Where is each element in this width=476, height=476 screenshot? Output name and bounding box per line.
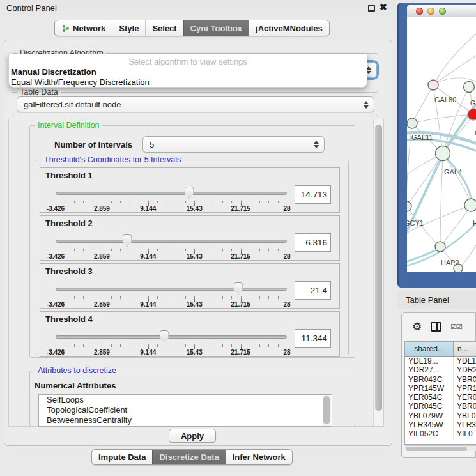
slider-thumb[interactable]	[160, 330, 169, 342]
slider-tick-labels: -3.426 2.859 9.144 15.43 21.715 28	[56, 349, 287, 357]
attributes-group-title: Attributes to discretize	[35, 366, 119, 375]
threshold-1-label: Threshold 1	[45, 171, 93, 180]
number-of-intervals-label: Number of Intervals	[54, 140, 132, 150]
threshold-4-label: Threshold 4	[45, 314, 93, 324]
columns-icon[interactable]	[431, 322, 441, 332]
node-gal11[interactable]	[407, 118, 417, 128]
node-table[interactable]: shared... n... YDL19...YDL1 YDR27...YDR2…	[404, 341, 476, 445]
gear-icon[interactable]: ⚙	[412, 321, 422, 332]
network-graph: GAL80 GA GAL11 GAL4 GCY1 H C HAP2	[407, 17, 476, 272]
table-row[interactable]: YBR045CYBR0	[405, 402, 476, 411]
settings-vertical-scrollbar[interactable]	[373, 119, 383, 426]
network-icon	[61, 24, 70, 33]
network-window[interactable]: GAL80 GA GAL11 GAL4 GCY1 H C HAP2	[397, 3, 476, 288]
tab-select[interactable]: Select	[145, 20, 183, 36]
tab-style[interactable]: Style	[112, 20, 145, 36]
interval-definition-title: Interval Definition	[35, 121, 102, 130]
zoom-traffic-light[interactable]	[439, 8, 446, 15]
table-row[interactable]: YDL19...YDL1	[405, 357, 476, 365]
label-gcy1: GCY1	[407, 219, 424, 227]
tab-discretize-data[interactable]: Discretize Data	[152, 450, 225, 464]
threshold-1-box: Threshold 1 -3.426 2.859 9.144 15.43 21.…	[40, 167, 340, 213]
node-red-selected[interactable]	[468, 109, 476, 120]
number-of-intervals-combobox[interactable]: 5	[142, 136, 325, 153]
node-green[interactable]	[464, 82, 475, 93]
thresholds-group-title: Threshold's Coordinates for 5 Intervals	[42, 155, 183, 164]
tab-infer-network[interactable]: Infer Network	[226, 450, 292, 464]
slider-thumb[interactable]	[184, 187, 194, 199]
threshold-4-value-field[interactable]: 11.344	[295, 329, 331, 348]
close-icon[interactable]: ✖	[380, 2, 387, 12]
table-data-combobox[interactable]: galFiltered.sif default node	[17, 96, 374, 112]
list-item[interactable]: SelfLoops	[39, 395, 332, 405]
scrollbar-thumb[interactable]	[406, 447, 467, 451]
threshold-2-slider[interactable]	[56, 234, 287, 248]
threshold-1-value-field[interactable]: 14.713	[295, 185, 331, 204]
table-row[interactable]: YBR043CYBR0	[405, 375, 476, 384]
node-pink[interactable]	[428, 80, 438, 90]
node-gal4[interactable]	[436, 146, 450, 161]
list-item[interactable]: BetweennessCentrality	[39, 415, 332, 426]
table-panel-toolbar: ⚙ ☑☑	[402, 313, 475, 340]
bottom-tab-bar: Impute Data Discretize Data Infer Networ…	[91, 449, 293, 465]
stepper-arrows-icon	[364, 101, 369, 109]
apply-button[interactable]: Apply	[169, 429, 216, 443]
table-header-row: shared... n...	[405, 342, 476, 357]
slider-tick-labels: -3.426 2.859 9.144 15.43 21.715 28	[56, 253, 287, 261]
minimize-traffic-light[interactable]	[427, 8, 434, 15]
stepper-arrows-icon	[314, 141, 319, 148]
node-gcy1[interactable]	[407, 201, 411, 211]
table-data-value: galFiltered.sif default node	[24, 100, 121, 109]
scrollbar-thumb[interactable]	[323, 396, 330, 424]
table-row[interactable]: YBL079WYBL0	[405, 411, 476, 420]
numerical-attributes-label: Numerical Attributes	[35, 381, 116, 390]
close-traffic-light[interactable]	[416, 8, 423, 15]
slider-tick-labels: -3.426 2.859 9.144 15.43 21.715 28	[56, 301, 287, 309]
slider-track[interactable]	[56, 335, 287, 339]
threshold-1-slider[interactable]	[56, 186, 287, 200]
node-hap2[interactable]	[435, 242, 445, 252]
control-panel-titlebar	[0, 0, 396, 15]
checkboxes-icon[interactable]: ☑☑	[450, 323, 462, 331]
table-data-title: Table Data	[17, 88, 61, 96]
threshold-2-value-field[interactable]: 6.316	[295, 233, 331, 252]
table-row[interactable]: YPR145WYPR1	[405, 384, 476, 393]
list-scrollbar[interactable]	[323, 395, 331, 426]
slider-tick-labels: -3.426 2.859 9.144 15.43 21.715 28	[56, 205, 287, 213]
tab-impute-data[interactable]: Impute Data	[92, 450, 152, 464]
column-header-shared[interactable]: shared...	[405, 342, 454, 356]
table-row[interactable]: YDR27...YDR2	[405, 365, 476, 374]
label-gal4: GAL4	[444, 168, 462, 176]
column-header-name[interactable]: n...	[454, 342, 476, 356]
popup-option-manual-discretization[interactable]: Manual Discretization	[11, 67, 96, 77]
node-h[interactable]	[464, 199, 476, 211]
network-window-titlebar[interactable]	[407, 5, 476, 17]
numerical-attributes-list[interactable]: SelfLoops TopologicalCoefficient Between…	[38, 394, 332, 427]
threshold-4-box: Threshold 4 -3.426 2.859 9.144 15.43 21.…	[40, 311, 340, 357]
list-item[interactable]: TopologicalCoefficient	[39, 405, 332, 415]
slider-track[interactable]	[56, 288, 287, 291]
slider-track[interactable]	[56, 240, 287, 243]
tab-jactivemnodules[interactable]: jActiveMNodules	[249, 20, 329, 36]
table-panel-titlebar: Table Panel	[397, 291, 476, 309]
control-panel-title: Control Panel	[6, 3, 57, 13]
label-hap2: HAP2	[441, 259, 459, 266]
slider-thumb[interactable]	[233, 282, 243, 295]
popup-option-equal-width[interactable]: Equal Width/Frequency Discretization	[11, 77, 150, 87]
threshold-3-value-field[interactable]: 21.4	[295, 281, 331, 300]
table-row[interactable]: YER054CYER0	[405, 393, 476, 402]
table-row[interactable]: YIL052CYIL0	[405, 429, 476, 438]
float-window-icon[interactable]	[368, 5, 375, 12]
scrollbar-thumb[interactable]	[375, 125, 382, 411]
slider-thumb[interactable]	[123, 234, 132, 247]
tab-cyni-toolbox[interactable]: Cyni Toolbox	[183, 20, 249, 36]
threshold-4-slider[interactable]	[56, 330, 287, 344]
slider-track[interactable]	[56, 192, 287, 195]
table-row[interactable]: YLR345WYLR3	[405, 420, 476, 429]
threshold-3-label: Threshold 3	[45, 266, 93, 276]
threshold-3-slider[interactable]	[56, 282, 287, 296]
label-gal80: GAL80	[434, 96, 456, 104]
network-canvas[interactable]: GAL80 GA GAL11 GAL4 GCY1 H C HAP2	[407, 17, 476, 272]
table-horizontal-scrollbar[interactable]	[405, 445, 476, 451]
tab-network[interactable]: Network	[55, 20, 112, 36]
